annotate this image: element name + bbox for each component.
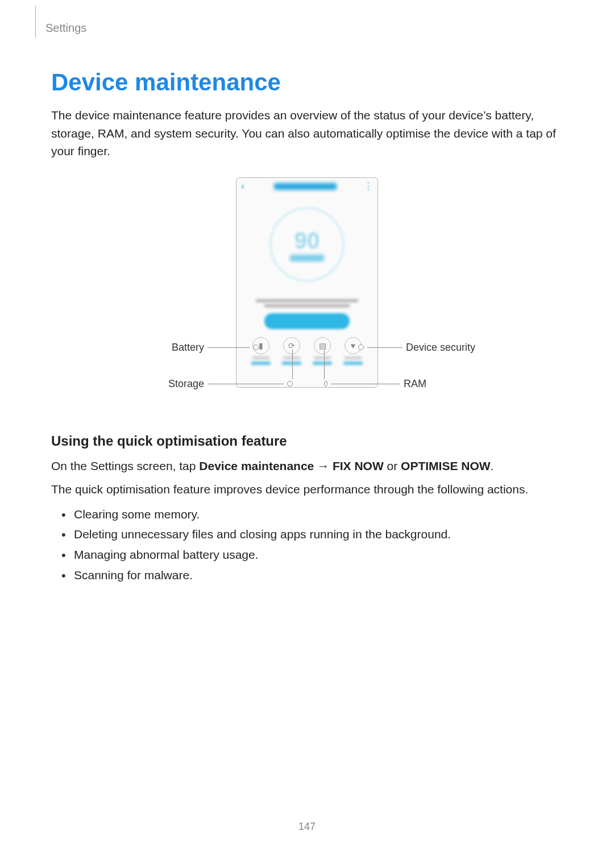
arrow-icon: → [314, 459, 333, 472]
list-item: Deleting unnecessary files and closing a… [61, 524, 563, 545]
callout-storage: Storage [162, 378, 293, 390]
text-span: or [384, 459, 401, 472]
connector-line [324, 350, 325, 379]
term-device-maintenance: Device maintenance [199, 459, 314, 472]
ram-cell: ▤ [313, 337, 332, 365]
figure-wrap: ‹ ⋮ 90 ▮ [51, 177, 563, 410]
section-heading: Using the quick optimisation feature [51, 433, 563, 449]
list-item: Managing abnormal battery usage. [61, 545, 563, 565]
callout-ram: RAM [324, 378, 426, 390]
callout-label: RAM [404, 378, 426, 390]
page-title: Device maintenance [51, 69, 563, 96]
back-icon: ‹ [241, 180, 244, 192]
breadcrumb: Settings [45, 22, 563, 35]
storage-icon: ⟳ [283, 337, 300, 354]
ram-icon: ▤ [314, 337, 331, 354]
intro-paragraph: The device maintenance feature provides … [51, 106, 563, 160]
screen-title-blurred [274, 183, 337, 190]
list-item: Scanning for malware. [61, 565, 563, 585]
phone-top-bar: ‹ ⋮ [237, 178, 377, 195]
callout-label: Device security [406, 342, 475, 354]
term-optimise-now: OPTIMISE NOW [401, 459, 491, 472]
device-maintenance-figure: ‹ ⋮ 90 ▮ [131, 177, 483, 410]
score-ring: 90 [270, 207, 344, 281]
followup-paragraph: The quick optimisation feature improves … [51, 480, 563, 499]
header-rule [35, 6, 36, 38]
text-span: . [491, 459, 494, 472]
callout-device-security: Device security [358, 342, 483, 354]
connector-line [292, 350, 293, 379]
score-status-blurred [290, 255, 324, 261]
bullet-list: Clearing some memory. Deleting unnecessa… [51, 504, 563, 585]
callout-label: Battery [172, 342, 204, 354]
phone-mockup: ‹ ⋮ 90 ▮ [236, 177, 378, 388]
score-number-blurred: 90 [294, 228, 320, 254]
callout-battery: Battery [162, 342, 259, 354]
more-icon: ⋮ [364, 181, 373, 192]
callout-label: Storage [168, 378, 204, 390]
text-span: On the Settings screen, tap [51, 459, 199, 472]
optimise-now-button-blurred [264, 313, 350, 329]
storage-cell: ⟳ [282, 337, 301, 365]
score-zone: 90 [237, 195, 377, 294]
list-item: Clearing some memory. [61, 504, 563, 525]
instruction-paragraph: On the Settings screen, tap Device maint… [51, 457, 563, 475]
tip-text-blurred [237, 299, 377, 308]
term-fix-now: FIX NOW [333, 459, 384, 472]
page-number: 147 [0, 821, 614, 833]
